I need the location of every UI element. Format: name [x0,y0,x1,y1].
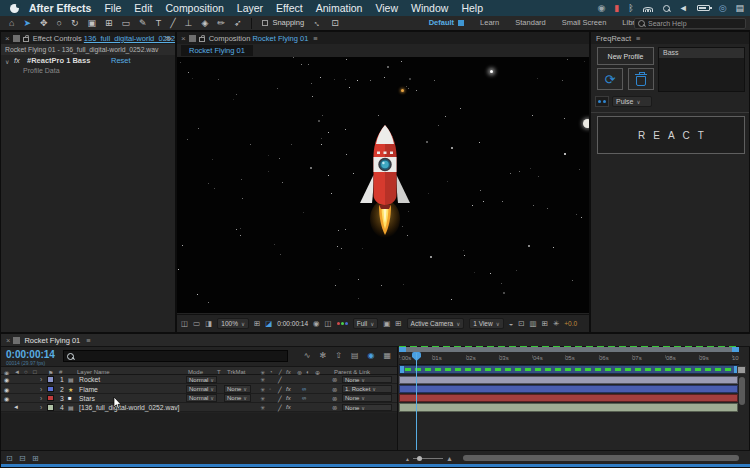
reaction-mode-dropdown[interactable]: Pulse [612,96,652,107]
roto-brush-tool-icon[interactable]: ✏ [217,19,225,28]
apple-menu-icon[interactable] [10,4,19,13]
hide-shy-icon[interactable]: ⇧ [335,351,342,360]
menu-composition[interactable]: Composition [165,3,223,14]
shape-tool-icon[interactable]: ▭ [122,19,131,28]
camera-tool-icon[interactable]: ▣ [88,19,97,28]
timeline-button-icon[interactable]: ▥ [530,319,537,328]
panel-menu-icon[interactable]: ≡ [86,336,90,345]
search-help-input[interactable]: Search Help [634,18,746,29]
bluetooth-icon[interactable]: ᛒ [628,4,633,13]
menu-animation[interactable]: Animation [316,3,363,14]
layer-name-column-header[interactable]: Layer Name [77,369,110,375]
collapse-switch-icon[interactable]: ✳ [260,386,265,393]
control-center-icon[interactable]: ▤ [735,4,744,13]
snapshot-icon[interactable]: ◉ [313,319,320,328]
motion-blur-icon[interactable]: ◉ [367,351,374,360]
selection-tool-icon[interactable]: ➤ [23,19,31,28]
trkmat-dropdown[interactable]: None [224,385,251,393]
hand-tool-icon[interactable]: ✥ [40,19,48,28]
spotlight-icon[interactable] [663,5,670,12]
delete-profile-button[interactable] [628,68,654,90]
puppet-pin-tool-icon[interactable]: ➶ [234,19,242,28]
show-channel-icon[interactable] [337,322,348,325]
quality-switch-icon[interactable]: ╱ [278,386,282,393]
show-snapshot-icon[interactable]: ◫ [325,319,332,328]
layer-bar-stars[interactable] [399,394,738,402]
close-panel-icon[interactable]: × [181,34,186,43]
fx-switch-icon[interactable]: fx [286,386,291,392]
collapse-switch-icon[interactable]: ✳ [260,376,265,383]
layer-bar-rocket[interactable] [399,376,738,384]
mini-flowchart-icon[interactable]: ∿ [304,351,311,360]
wifi-icon[interactable] [643,4,654,12]
layer-row-audio[interactable]: ◄ › 4 ▤ [136_full_digital-world_0252.wav… [1,403,397,412]
meeting-camera-icon[interactable]: ◉ [597,4,605,13]
profile-item-bass[interactable]: Bass [659,48,744,58]
comp-marker-bin[interactable] [737,366,746,374]
menu-view[interactable]: View [375,3,398,14]
link-icon[interactable]: ∞ [302,386,306,392]
pixel-aspect-icon[interactable]: ◒ [509,319,514,328]
layer-audio-toggle[interactable]: ◄ [13,404,19,410]
rotate-tool-icon[interactable]: ↻ [71,19,79,28]
workspace-learn[interactable]: Learn [480,19,499,27]
quality-switch-icon[interactable]: ╱ [278,376,282,383]
zoom-tool-icon[interactable]: ○ [57,19,62,28]
region-of-interest-icon[interactable]: ▣ [383,319,390,328]
snapping-checkbox[interactable] [262,20,268,26]
reaction-type-icon[interactable] [595,96,609,107]
collapse-switch-icon[interactable]: ✳ [260,404,265,411]
parent-dropdown[interactable]: None [342,394,392,402]
effect-reset-button[interactable]: Reset [111,55,131,66]
new-profile-button[interactable]: New Profile [597,47,654,65]
parent-pickwhip-icon[interactable]: ⊚ [332,404,337,412]
share-frame-icon[interactable]: ◨ [205,319,212,328]
collapse-switch-icon[interactable]: ✳ [260,395,265,402]
blend-mode-dropdown[interactable]: Normal [186,385,217,393]
panel-menu-icon[interactable]: ≡ [313,34,317,43]
flowchart-icon[interactable]: ⊞ [542,319,548,328]
parent-dropdown[interactable]: 1. Rocket [342,385,392,393]
layer-label-swatch[interactable] [47,395,54,402]
main-viewer-icon[interactable]: ▭ [193,319,200,328]
zoom-slider-track[interactable] [413,458,443,459]
layer-name[interactable]: [136_full_digital-world_0252.wav] [79,404,180,411]
mode-column-header[interactable]: Mode [188,369,203,375]
menu-window[interactable]: Window [411,3,448,14]
layer-visibility-toggle[interactable]: ◉ [4,386,9,393]
freqreact-tab-label[interactable]: FreqReact [596,34,631,43]
effect-controls-tab-file[interactable]: 136_full_digital-world_0252. [84,34,175,43]
composition-tab-name[interactable]: Rocket Flying 01 [252,34,308,43]
composition-viewport[interactable] [177,57,589,313]
layer-name[interactable]: Rocket [79,376,100,383]
expand-modes-icon[interactable]: ⊟ [19,454,26,463]
blend-mode-dropdown[interactable]: Normal [186,376,217,384]
effect-row-reactpro[interactable]: ∨ fx #ReactPro 1 Bass Reset [1,55,175,66]
volume-icon[interactable]: ◄ [679,4,688,13]
refresh-profile-button[interactable]: ⟳ [597,68,623,90]
blend-mode-dropdown[interactable]: Normal [186,394,217,402]
snap-box-icon[interactable]: ⊡ [331,19,339,28]
screen-record-icon[interactable]: ▮ [614,4,619,13]
exposure-value[interactable]: +0.0 [564,320,577,327]
menu-edit[interactable]: Edit [134,3,152,14]
effect-controls-tab-label[interactable]: Effect Controls [33,34,82,43]
snap-diagonal-icon[interactable]: ↔ [311,17,324,30]
horizontal-scrollbar[interactable] [463,455,739,461]
menu-layer[interactable]: Layer [237,3,263,14]
menu-effect[interactable]: Effect [276,3,303,14]
grid-guides-icon[interactable]: ⊞ [254,319,260,328]
expand-switches-icon[interactable]: ⊞ [32,454,39,463]
input-source-icon[interactable]: ◎ [719,4,727,13]
playhead-line[interactable] [416,353,417,456]
pen-tool-icon[interactable]: ✎ [139,19,147,28]
layer-label-swatch[interactable] [47,404,54,411]
timeline-tab-label[interactable]: Rocket Flying 01 [24,336,80,345]
layer-row-rocket[interactable]: ◉ › 1 ▤ Rocket Normal ✳ ╱ ⊚ None [1,375,397,384]
layer-twirl-icon[interactable]: › [40,376,42,383]
fast-previews-icon[interactable]: ⊡ [518,319,524,328]
clone-stamp-tool-icon[interactable]: ⊥ [185,19,193,28]
fx-switch-icon[interactable]: fx [286,404,291,410]
parent-dropdown[interactable]: None [342,376,392,384]
layer-bar-flame[interactable] [399,385,738,393]
